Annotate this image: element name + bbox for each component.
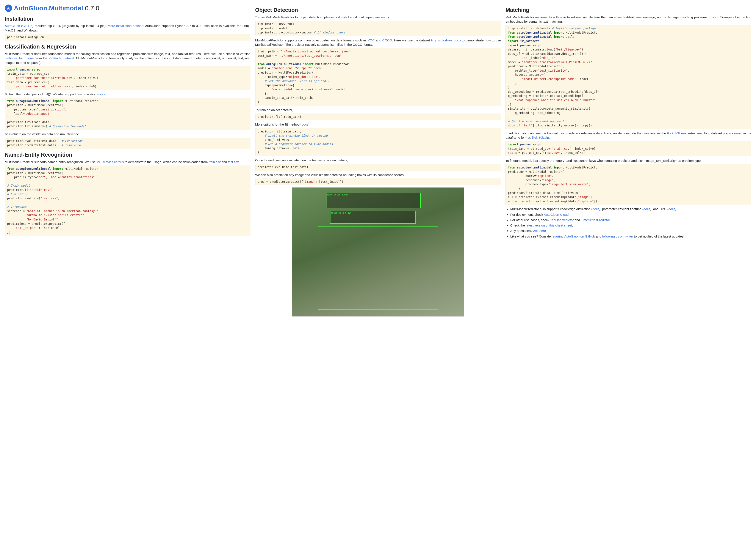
od-train-text: To train an object detector, <box>255 108 501 112</box>
section-ner: Named-Entity Recognition <box>5 151 251 158</box>
bullet-questions: Any questions? Ask here <box>510 229 751 233</box>
cls-eval-text: To evaluate on the validation data and r… <box>5 132 251 136</box>
code-od-predict: pred = predictor.predict({"image": [test… <box>255 179 501 185</box>
section-object-detection: Object Detection <box>255 7 501 14</box>
column-middle: Object Detection To use MultiModalPredic… <box>255 4 501 318</box>
voc-link[interactable]: VOC <box>368 39 375 42</box>
test-csv-link[interactable]: test.csv <box>228 160 239 164</box>
match-finetune-text: To finetune model, just specify the "que… <box>505 158 751 163</box>
bullet-latest-version: Check the latest version of this cheat s… <box>510 223 751 228</box>
match-finetune-intro: In addition, you can finetune the matchi… <box>505 131 751 140</box>
tiny-motorbike-link[interactable]: tiny_motorbike_coco <box>431 39 461 42</box>
bullet-deployment: For deployment, check AutoGluon-Cloud. <box>510 212 751 217</box>
petfinder-tutorial-link[interactable]: petfinder_for_tutorial <box>5 56 35 60</box>
peft-docs-link[interactable]: docs <box>643 207 650 211</box>
bbox-label-1: motorcycle 0.927 <box>327 193 421 208</box>
github-link[interactable]: GitHub <box>22 24 32 28</box>
bullet-distillation: MultiModalPredictor also supports knowle… <box>510 207 751 211</box>
footer-bullets: MultiModalPredictor also supports knowle… <box>505 207 751 239</box>
section-matching: Matching <box>505 7 751 14</box>
autogluon-link[interactable]: AutoGluon <box>5 24 20 28</box>
code-od-install: mim install mmcv-full pip install mmdet … <box>255 21 501 36</box>
logo-icon: A <box>5 5 12 12</box>
bullet-like: Like what you see? Consider starring Aut… <box>510 234 751 239</box>
ask-here-link[interactable]: Ask here <box>533 229 546 233</box>
column-right: Matching MultiModalPredictor implements … <box>505 4 751 318</box>
code-cls-fit: from autogluon.multimodal import MultiMo… <box>5 98 251 130</box>
bbox-label-2: motorcycle 0.316 <box>330 211 416 224</box>
cheatsheet-page: A AutoGluon.Multimodal 0.7.0 Installatio… <box>5 4 751 318</box>
code-od-fit-options: predictor.fit(train_path, # Limit the tr… <box>255 128 501 156</box>
docs-link[interactable]: docs <box>98 92 105 96</box>
od-formats: MultiModalPredictor supports common obje… <box>255 38 501 47</box>
flickr30k-zip-link[interactable]: flickr30k.zip <box>532 136 549 139</box>
code-od-setup: train_path = "./Annotations/trainval_coc… <box>255 48 501 105</box>
od-predict-text: We can also predict on any image and vis… <box>255 173 501 177</box>
classification-intro: MultiModalPredictor finetunes foundation… <box>5 52 251 65</box>
brand-name: AutoGluon.Multimodal <box>14 5 83 12</box>
od-intro: To use MultiModalPredictor for object de… <box>255 15 501 19</box>
star-github-link[interactable]: starring AutoGluon on GitHub <box>553 235 595 238</box>
section-installation: Installation <box>5 15 251 23</box>
fit-docs-link[interactable]: docs <box>302 123 309 126</box>
column-left: A AutoGluon.Multimodal 0.7.0 Installatio… <box>5 4 251 318</box>
bbox-outline <box>318 226 438 310</box>
bullet-other-usecases: For other use-cases, check TabularPredic… <box>510 218 751 222</box>
train-csv-link[interactable]: train.csv <box>209 160 221 164</box>
cls-train-text: To train the model, just call '.fit()'. … <box>5 92 251 97</box>
code-match-finetune: from autogluon.multimodal import MultiMo… <box>505 164 751 205</box>
distill-docs-link[interactable]: docs <box>592 207 599 211</box>
coco-link[interactable]: COCO <box>382 39 392 42</box>
code-cls-load: import pandas as pd train_data = pd.read… <box>5 66 251 90</box>
code-od-fit: predictor.fit(train_path) <box>255 113 501 120</box>
od-eval-text: Once trained, we can evaluate it on the … <box>255 158 501 162</box>
od-fit-options: More options for the fit method (docs): <box>255 122 501 127</box>
match-docs-link[interactable]: docs <box>710 15 716 19</box>
code-ner: from autogluon.multimodal import MultiMo… <box>5 165 251 236</box>
petfinder-dataset-link[interactable]: PetFinder dataset <box>48 56 74 60</box>
autogluon-cloud-link[interactable]: AutoGluon-Cloud <box>544 213 568 216</box>
version-text: 0.7.0 <box>85 5 99 12</box>
page-title: A AutoGluon.Multimodal 0.7.0 <box>5 4 251 13</box>
timeseries-predictor-link[interactable]: TimeSeriesPredictor <box>581 218 610 222</box>
twitter-link[interactable]: following us on twitter <box>602 235 633 238</box>
code-od-eval: predictor.evaluate(test_path) <box>255 164 501 171</box>
detection-result-image: motorcycle 0.927 motorcycle 0.316 <box>292 187 464 317</box>
installation-paragraph: AutoGluon (GitHub) requires pip > 1.4 (u… <box>5 24 251 33</box>
code-match-load: import pandas as pd train_data = pd.read… <box>505 141 751 156</box>
section-classification: Classification & Regression <box>5 43 251 50</box>
code-match-embed: !pip install ir_datasets # Install datas… <box>505 25 751 129</box>
tabular-predictor-link[interactable]: TabularPredictor <box>550 218 574 222</box>
hpo-docs-link[interactable]: docs <box>668 207 675 211</box>
code-cls-eval: predictor.evaluate(test_data) # Evaluati… <box>5 138 251 149</box>
mit-movies-link[interactable]: MIT movies corpus <box>96 160 124 164</box>
ner-intro: MultiModalPredictor supports named-entit… <box>5 160 251 164</box>
flickr30k-link[interactable]: Flickr30K <box>667 131 681 135</box>
more-install-link[interactable]: More installation options <box>108 24 143 28</box>
code-install: pip install autogluon <box>5 34 251 41</box>
latest-cheatsheet-link[interactable]: latest version of this cheat sheet <box>526 223 572 227</box>
match-intro: MultiModalPredictor implements a flexibl… <box>505 15 751 24</box>
